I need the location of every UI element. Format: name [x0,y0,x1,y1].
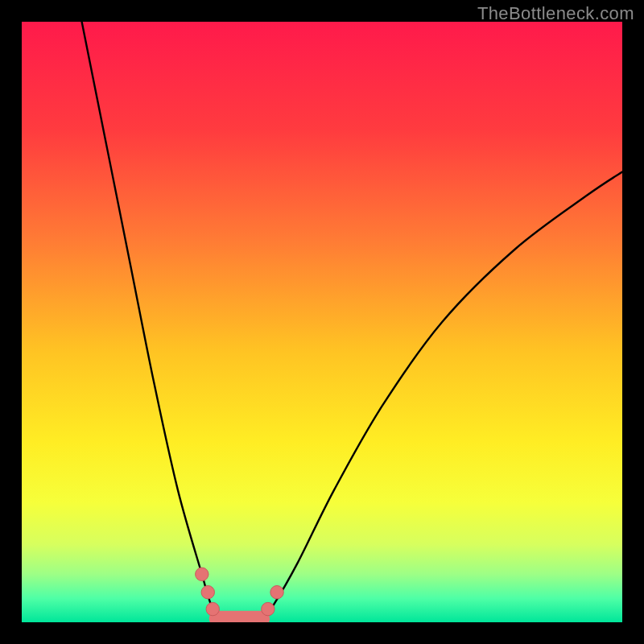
marker-dots [196,568,284,616]
curve-layer [22,22,622,622]
curve-right [262,172,622,620]
curve-left [82,22,221,619]
chart-frame: TheBottleneck.com [0,0,644,644]
svg-point-2 [196,568,208,580]
svg-point-6 [270,585,283,598]
svg-point-5 [262,602,275,615]
svg-point-4 [206,602,219,615]
watermark-text: TheBottleneck.com [477,3,634,24]
plot-area [22,22,622,622]
svg-point-3 [201,585,214,598]
